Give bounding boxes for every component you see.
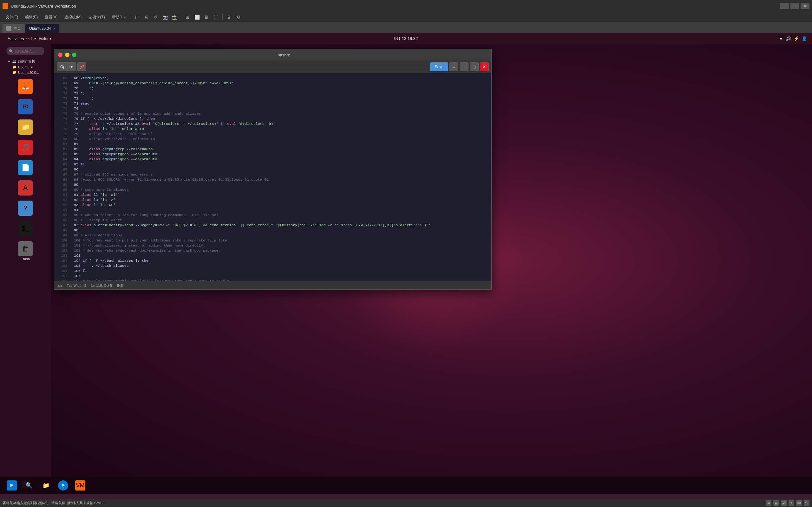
code-line-107: 107 <box>74 274 488 279</box>
code-line-106: 106 fi <box>74 268 488 274</box>
dock-appstore[interactable]: A <box>13 178 38 198</box>
open-button[interactable]: Open ▾ <box>57 62 76 71</box>
status-icon-6[interactable]: 🔌 <box>804 500 809 506</box>
menu-help[interactable]: 帮助(H) <box>109 13 128 21</box>
gedit-titlebar: ✕ ─ □ .bashrc <box>54 49 491 60</box>
statusbar-position[interactable]: Ln 116, Col 5 <box>91 284 112 287</box>
status-icon-4[interactable]: 🖱 <box>789 500 794 506</box>
line-num-108: 108 <box>54 279 70 281</box>
toolbar-revert[interactable]: ↺ <box>151 13 160 21</box>
tab-ubuntu[interactable]: Ubuntu20.04 ✕ <box>26 24 59 33</box>
close-button[interactable]: ✕ <box>801 3 809 9</box>
dock-trash[interactable]: 🗑 Trash <box>13 239 38 263</box>
menu-view[interactable]: 查看(V) <box>42 13 61 21</box>
dock-search[interactable]: 🔍 <box>6 47 44 55</box>
minimize-button[interactable]: ─ <box>780 3 789 9</box>
status-icon-5[interactable]: ⌨ <box>796 500 802 506</box>
toolbar-view1[interactable]: ⊞ <box>183 13 192 21</box>
line-num-69: 69 <box>54 81 70 86</box>
gedit-maximize-btn[interactable]: □ <box>72 53 77 57</box>
line-num-81: 81 <box>54 142 70 147</box>
statusbar-tab-width[interactable]: Tab Width: 8 <box>67 284 86 287</box>
status-icon-3[interactable]: 🔊 <box>781 500 786 506</box>
activities-button[interactable]: Activities <box>5 35 26 43</box>
vmware-tabbar: 主页 Ubuntu20.04 ✕ <box>0 22 812 33</box>
gedit-menu-button[interactable]: ≡ <box>450 62 458 71</box>
toolbar-view5[interactable]: 🖥 <box>224 13 234 21</box>
topbar-power-icon[interactable]: ⚡ <box>794 36 799 41</box>
tree-ubuntu20-item[interactable]: 📁 Ubuntu20.0... <box>11 70 45 75</box>
status-icon-1[interactable]: 🖥 <box>766 500 771 506</box>
topbar-indicator[interactable]: ▼ <box>779 36 783 41</box>
gedit-minimize-window-btn[interactable]: ─ <box>460 62 468 71</box>
toolbar-pause[interactable]: ⏸ <box>132 13 141 21</box>
dock-search-input[interactable] <box>14 49 40 53</box>
menu-vm[interactable]: 虚拟机(M) <box>61 13 85 21</box>
line-num-90: 90 <box>54 187 70 192</box>
dock-firefox[interactable]: 🦊 <box>13 77 38 96</box>
code-line-94: 94 <box>74 208 488 213</box>
gedit-minimize-btn[interactable]: ─ <box>65 53 69 57</box>
line-num-79: 79 <box>54 131 70 136</box>
status-icon-2[interactable]: 🖨 <box>773 500 779 506</box>
toolbar-snapshot2[interactable]: 📸 <box>170 13 179 21</box>
menu-file[interactable]: 文件(F) <box>3 13 21 21</box>
line-num-97: 97 <box>54 223 70 228</box>
toolbar-settings[interactable]: ⚙ <box>234 13 243 21</box>
line-num-83: 83 <box>54 152 70 157</box>
line-num-93: 93 <box>54 203 70 208</box>
tab-home-label: 主页 <box>13 26 21 32</box>
code-line-78: 78 alias ls='ls --color=auto' <box>74 126 488 131</box>
tab-home[interactable]: 主页 <box>3 24 25 33</box>
taskbar-file-manager[interactable]: 📁 <box>38 479 54 492</box>
ubuntu-topbar: Activities ✏ Text Editor ▾ 9月 12 19:32 ▼… <box>0 33 812 44</box>
code-editor[interactable]: 68 xterm*|rxvt*) 69 PS1='\[\e]0;${debian… <box>70 73 491 281</box>
maximize-button[interactable]: □ <box>791 3 799 9</box>
line-num-73: 73 <box>54 101 70 106</box>
toolbar-view3[interactable]: 🖥 <box>202 13 211 21</box>
ubuntu-taskbar: ⊞ 🔍 📁 e VM <box>0 476 812 494</box>
vmware-app-icon <box>3 3 8 9</box>
code-line-101: 101 # ~/.bash_aliases, instead of adding… <box>74 243 488 248</box>
line-numbers: 68 69 70 71 72 73 74 75 76 77 78 79 80 8… <box>54 73 70 281</box>
text-editor-menu[interactable]: ✏ Text Editor ▾ <box>26 37 51 41</box>
line-num-104: 104 <box>54 258 70 263</box>
dock-rhythmbox[interactable]: 🎵 <box>13 138 38 157</box>
menu-tab[interactable]: 选项卡(T) <box>85 13 108 21</box>
menu-edit[interactable]: 编辑(E) <box>22 13 41 21</box>
topbar-sound-icon[interactable]: 🔊 <box>786 36 791 41</box>
tree-ubuntu-item[interactable]: 📁 Ubuntu ★ <box>11 64 45 70</box>
dock-terminal[interactable]: $_ <box>13 219 38 238</box>
line-num-78: 78 <box>54 126 70 131</box>
dock-file-tree: ▼ 💻 我的计算机 📁 Ubuntu ★ 📁 Ubuntu20.0... <box>5 58 46 76</box>
toolbar-snapshot[interactable]: 📷 <box>160 13 169 21</box>
gedit-close-window-btn[interactable]: ✕ <box>480 62 489 71</box>
tree-computer-icon: 💻 <box>12 59 16 63</box>
line-num-102: 102 <box>54 248 70 253</box>
tree-root[interactable]: ▼ 💻 我的计算机 <box>6 58 45 64</box>
statusbar-lang[interactable]: sh <box>58 284 62 287</box>
pin-button[interactable]: 📌 <box>78 62 86 71</box>
gedit-close-btn[interactable]: ✕ <box>58 53 62 57</box>
libreoffice-icon: 📄 <box>18 160 33 175</box>
save-button[interactable]: Save <box>430 62 448 71</box>
code-line-104: 104 if [ -f ~/.bash_aliases ]; then <box>74 258 488 263</box>
dock-files[interactable]: 📁 <box>13 118 38 136</box>
line-num-94: 94 <box>54 208 70 213</box>
file-manager-icon: 📁 <box>41 481 51 491</box>
tab-close-icon[interactable]: ✕ <box>53 27 55 31</box>
taskbar-search[interactable]: 🔍 <box>21 479 37 492</box>
code-line-76: 76 if [ -x /usr/bin/dircolors ]; then <box>74 116 488 121</box>
code-line-99: 99 # Alias definitions. <box>74 233 488 238</box>
taskbar-start[interactable]: ⊞ <box>4 479 20 492</box>
taskbar-vmware-active[interactable]: VM <box>72 479 88 492</box>
dock-thunderbird[interactable]: ✉ <box>13 97 38 116</box>
toolbar-view2[interactable]: ⬜ <box>193 13 201 21</box>
gedit-maximize-window-btn[interactable]: □ <box>470 62 478 71</box>
toolbar-view4[interactable]: ⛶ <box>212 13 220 21</box>
topbar-user-icon[interactable]: 👤 <box>802 36 807 41</box>
dock-libreoffice[interactable]: 📄 <box>13 158 38 177</box>
dock-help[interactable]: ? <box>13 199 38 218</box>
taskbar-edge[interactable]: e <box>55 479 71 492</box>
toolbar-print[interactable]: 🖨 <box>142 13 150 21</box>
